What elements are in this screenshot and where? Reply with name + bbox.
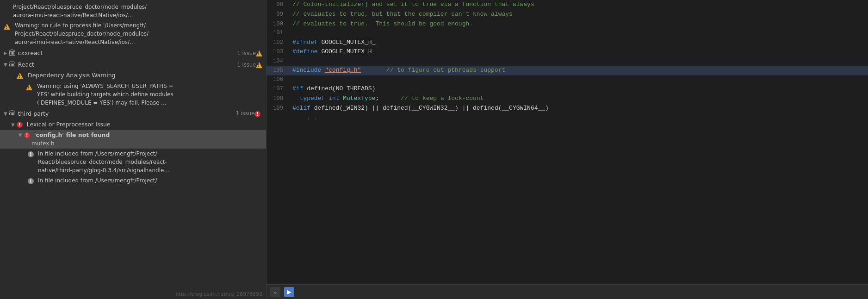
info-icon: i xyxy=(28,151,34,157)
warning-icon xyxy=(17,73,23,79)
chevron-down-icon: ⌄ xyxy=(273,289,277,295)
tree-area: Project/React/bluespruce_doctor/node_mod… xyxy=(0,0,266,289)
file-reference: mutex.h xyxy=(19,139,55,148)
collapse-button[interactable]: ⌄ xyxy=(270,287,280,297)
dep-warning-header: Dependency Analysis Warning xyxy=(0,70,266,81)
watermark: http://blog.csdn.net/qq_28978893 xyxy=(0,289,266,299)
error-icon: ! xyxy=(24,132,30,138)
sidebar-item-cxxreact[interactable]: ▶ 🏛 cxxreact 1 issue xyxy=(0,47,266,59)
code-line-101: 101 xyxy=(267,29,868,37)
code-line-104: 104 xyxy=(267,57,868,66)
code-line-109: 109 #elif defined(_WIN32) || defined(__C… xyxy=(267,104,868,113)
chevron-down-icon: ▼ xyxy=(11,121,15,128)
dep-warning-text: Warning: using 'ALWAYS_SEARCH_USER_PATHS… xyxy=(0,81,266,108)
module-icon: 🏛 xyxy=(8,60,16,69)
code-line-106: 106 xyxy=(267,75,868,84)
code-line-98: 98 // Colon-initializer) and set it to t… xyxy=(267,0,868,10)
navigate-button[interactable]: ▶ xyxy=(284,287,294,297)
code-line-102: 102 #ifndef GOOGLE_MUTEX_H_ xyxy=(267,38,868,48)
list-item: Project/React/bluespruce_doctor/node_mod… xyxy=(0,2,266,20)
chevron-right-icon: ▶ xyxy=(4,50,7,56)
lexical-issue-group[interactable]: ▼ ! Lexical or Preprocessor Issue xyxy=(0,119,266,130)
error-badge: ! xyxy=(254,110,262,117)
info-icon: i xyxy=(28,178,34,184)
code-bottom-bar: ⌄ ▶ xyxy=(267,284,868,299)
code-line-105: 105 #include "config.h" // to figure out… xyxy=(267,66,868,75)
chevron-down-icon: ▼ xyxy=(19,131,22,138)
code-line-107: 107 #if defined(NO_THREADS) xyxy=(267,84,868,94)
code-line-99: 99 // evaluates to true, but that the co… xyxy=(267,10,868,19)
chevron-down-icon: ▼ xyxy=(4,62,7,67)
list-item: Warning: no rule to process file '/Users… xyxy=(0,20,266,47)
warning-icon xyxy=(26,84,32,90)
module-icon: 🏛 xyxy=(8,109,16,118)
sidebar-item-third-party[interactable]: ▼ 🏛 third-party 1 issue ! xyxy=(0,108,266,119)
error-icon: ! xyxy=(17,122,23,128)
included-from-1: i In file included from /Users/mengft/Pr… xyxy=(0,149,266,175)
warning-badge xyxy=(256,50,262,56)
sidebar-item-react[interactable]: ▼ 🏛 React 1 issue xyxy=(0,59,266,70)
included-from-2: i In file included from /Users/mengft/Pr… xyxy=(0,175,266,186)
error-icon: ! xyxy=(254,111,260,117)
warning-badge xyxy=(256,61,262,68)
code-line-108: 108 typedef int MutexType; // to keep a … xyxy=(267,94,868,104)
left-panel: Project/React/bluespruce_doctor/node_mod… xyxy=(0,0,267,299)
code-editor[interactable]: 98 // Colon-initializer) and set it to t… xyxy=(267,0,868,299)
chevron-down-icon: ▼ xyxy=(4,111,7,116)
code-line-100: 100 // evaluates to true. This should be… xyxy=(267,19,868,29)
module-icon: 🏛 xyxy=(8,49,16,57)
warning-icon xyxy=(4,24,10,30)
code-lines: 98 // Colon-initializer) and set it to t… xyxy=(267,0,868,284)
config-h-error-item[interactable]: ▼ ! 'config.h' file not found mutex.h xyxy=(0,130,266,149)
code-line-110: ... xyxy=(267,113,868,123)
code-line-103: 103 #define GOOGLE_MUTEX_H_ xyxy=(267,47,868,57)
right-panel: 98 // Colon-initializer) and set it to t… xyxy=(267,0,868,299)
arrow-right-icon: ▶ xyxy=(287,288,291,295)
